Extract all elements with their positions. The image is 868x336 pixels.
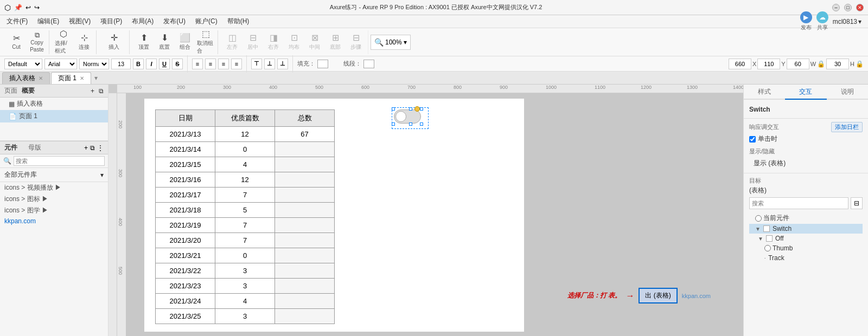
zoom-control[interactable]: 🔍 100% ▾ [371,35,411,50]
ungroup-btn[interactable]: ⬚ 取消组合 [196,30,215,54]
component-item-shapes[interactable]: icons > 图学 ▶ [0,205,108,216]
valign-top-btn[interactable]: ⊤ [251,59,262,69]
maximize-btn[interactable]: □ [844,4,852,11]
page-item-insert-table[interactable]: ▦ 插入表格 [0,98,108,110]
menu-help[interactable]: 帮助(H) [223,16,254,27]
line-style-swatch[interactable] [376,60,393,68]
top-btn[interactable]: ⬆ 顶置 [134,30,154,54]
single-click-checkbox[interactable] [749,136,756,143]
panel-clone-icon[interactable]: ⧉ [99,87,104,95]
handle-br[interactable] [420,122,423,126]
menu-account[interactable]: 账户(C) [191,16,222,27]
tab-insert-table[interactable]: 插入表格 ✕ [2,72,50,84]
font-style-select[interactable]: Normal [79,59,109,69]
menu-publish[interactable]: 发布(U) [159,16,190,27]
redo-icon[interactable]: ↪ [34,4,40,11]
bold-btn[interactable]: B [133,59,144,69]
underline-btn[interactable]: U [159,59,170,69]
off-checkbox[interactable] [766,235,773,242]
tabbar-more-icon[interactable]: ▾ [94,74,98,82]
font-size-input[interactable] [111,59,131,69]
menu-edit[interactable]: 编辑(E) [33,16,63,27]
align-right-btn[interactable]: ≡ [218,59,229,69]
font-family-select[interactable]: Default [4,59,42,69]
y-coord-input[interactable] [757,59,780,69]
right-tab-interaction[interactable]: 交互 [785,85,826,100]
tree-item-current[interactable]: 当前元件 [749,212,863,224]
tab-insert-table-close[interactable]: ✕ [39,75,43,81]
components-tab-masters[interactable]: 母版 [28,143,41,152]
radio-current[interactable] [755,215,762,222]
page-item-page1[interactable]: 📄 页面 1 [0,110,108,122]
align-justify-btn[interactable]: ≡ [231,59,242,69]
connect-btn[interactable]: ⊹ 连接 [74,30,94,54]
close-btn[interactable]: ✕ [856,4,864,11]
component-item-icons[interactable]: icons > 图标 ▶ [0,193,108,205]
h-coord-input[interactable] [826,59,849,69]
copy-btn[interactable]: ⧉ Copy Paste [27,30,47,54]
handle-tl[interactable] [392,107,395,111]
x-coord-input[interactable] [729,59,751,69]
align-left-btn[interactable]: ≡ [192,59,203,69]
group-btn[interactable]: ⬜ 组合 [175,30,195,54]
menu-view[interactable]: 视图(V) [65,16,95,27]
right-panel-title: Switch [744,100,868,119]
tree-item-switch[interactable]: ▼ Switch [749,224,863,234]
canvas-content[interactable]: 200 300 400 500 日期 优质篇数 总数 [117,93,743,336]
canvas-page[interactable]: 日期 优质篇数 总数 2021/3/1312672021/3/1402021/3… [144,99,524,332]
components-search-input[interactable] [14,156,105,166]
undo-icon[interactable]: ↩ [25,4,31,11]
tab-page1-close[interactable]: ✕ [80,75,84,81]
handle-bl[interactable] [392,122,395,126]
menu-layout[interactable]: 布局(A) [127,16,158,27]
components-add-icon[interactable]: + [84,144,88,152]
component-lib-label[interactable]: 全部元件库 ▾ [0,168,108,182]
bottom-btn[interactable]: ⬇ 底置 [155,30,174,54]
minimize-btn[interactable]: – [832,4,840,11]
tree-item-off[interactable]: ▼ Off [756,234,863,243]
target-search-input[interactable] [749,197,848,209]
switch-thumb[interactable] [395,111,406,122]
menu-project[interactable]: 项目(P) [96,16,126,27]
strikethrough-btn[interactable]: S [172,59,183,69]
right-tab-style[interactable]: 样式 [744,85,785,100]
valign-mid-btn[interactable]: ⊥ [264,59,275,69]
handle-tr[interactable] [420,107,423,111]
components-tab-elements[interactable]: 元件 [4,143,17,152]
handle-bm[interactable] [409,122,412,126]
fill-color2-swatch[interactable] [330,60,341,68]
add-interaction-btn[interactable]: 添加日栏 [831,122,863,132]
right-tab-notes[interactable]: 说明 [827,85,868,100]
select-btn[interactable]: ⬡ 选择/框式 [54,30,73,54]
line-color-swatch[interactable] [363,60,374,68]
w-coord-input[interactable] [787,59,809,69]
fill-color-swatch[interactable] [317,60,328,68]
menu-file[interactable]: 文件(F) [2,16,32,27]
publish-btn[interactable]: ▶ 发布 [800,11,812,31]
switch-widget-container[interactable] [394,109,421,124]
components-menu-icon[interactable]: ⋮ [97,144,104,152]
align-center-btn[interactable]: ≡ [205,59,216,69]
italic-btn[interactable]: I [146,59,157,69]
handle-tm[interactable] [409,107,412,111]
tab-page1[interactable]: 页面 1 ✕ [51,72,91,84]
valign-bot-btn[interactable]: ⊥ [277,59,288,69]
user-name-display[interactable]: mcl0813 ▾ [833,18,861,25]
panel-pages-tab[interactable]: 页面 [4,86,17,95]
font-name-select[interactable]: Arial [44,59,77,69]
radio-thumb[interactable] [764,245,771,251]
switch-tree-checkbox[interactable] [763,225,770,232]
table-row: 3 [215,279,275,294]
component-item-video[interactable]: icons > 视频播放 ▶ [0,182,108,193]
cut-btn[interactable]: ✂ Cut [7,30,26,54]
panel-outline-tab[interactable]: 概要 [22,86,35,95]
panel-add-icon[interactable]: + [91,87,94,95]
insert-btn[interactable]: ✛ 插入 [101,30,127,54]
components-clone-icon[interactable]: ⧉ [90,144,95,152]
filter-btn[interactable]: ⊟ [851,197,863,209]
tree-item-track[interactable]: · Track [762,253,863,263]
table-row [275,294,335,309]
share-btn[interactable]: ☁ 共享 [816,11,828,31]
table-row: 2021/3/20 [156,233,215,248]
tree-item-thumb[interactable]: Thumb [762,243,863,253]
